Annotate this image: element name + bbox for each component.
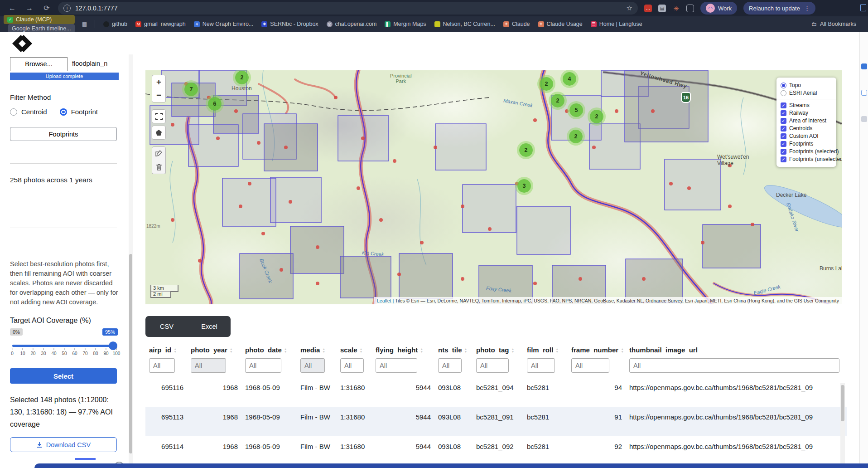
centroid-dot[interactable] [592,146,596,149]
profile-button[interactable]: ◠ Work [700,2,737,15]
centroid-dot[interactable] [171,123,174,127]
filter-input-nts_tile[interactable] [438,358,462,373]
centroid-dot[interactable] [687,186,691,190]
cluster-marker[interactable]: 4 [563,72,576,86]
centroid-dot[interactable] [171,218,174,222]
centroid-dot[interactable] [397,273,401,276]
map[interactable]: Provincial ParkHoustonYellowhead HwyWet'… [145,70,842,304]
draw-polygon-button[interactable] [152,126,166,140]
sort-icon[interactable]: ▲▼ [284,348,287,353]
filter-input-flying_height[interactable] [376,358,417,373]
bookmark-item-gmail-newgraph[interactable]: Mgmail_newgraph [135,21,186,27]
cluster-marker[interactable]: 2 [590,110,603,123]
side-panel-icon[interactable] [860,4,866,11]
centroid-dot[interactable] [393,159,396,163]
zoom-out-button[interactable]: − [152,88,166,102]
table-row[interactable]: 69511319681968-05-09Film - BW1:316805944… [145,407,847,436]
zoom-in-button[interactable]: + [152,75,166,89]
sort-icon[interactable]: ▲▼ [511,348,515,353]
centroid-dot[interactable] [198,259,202,263]
filter-input-photo_year[interactable] [191,358,226,373]
photo-footprint[interactable] [625,70,708,142]
centroid-dot[interactable] [261,232,265,235]
radio-footprint[interactable]: Footprint [60,108,98,116]
centroid-dot[interactable] [361,136,365,140]
sort-icon[interactable]: ▲▼ [420,348,423,353]
export-excel-button[interactable]: Excel [188,316,231,337]
bookmark-item-chat-openai-com[interactable]: ◎chat.openai.com [327,21,377,27]
bookmark-item-home-langfuse[interactable]: ☰Home | Langfuse [591,21,642,27]
centroid-dot[interactable] [316,245,319,249]
column-header-photo_date[interactable]: photo_date▲▼ [241,341,297,356]
photo-footprint[interactable] [222,178,276,226]
centroid-dot[interactable] [615,109,618,113]
column-header-scale[interactable]: scale▲▼ [337,341,372,356]
centroid-dot[interactable] [728,164,732,167]
sidebar-scrollbar[interactable] [129,54,133,463]
centroid-dot[interactable] [434,146,437,149]
column-header-flying_height[interactable]: flying_height▲▼ [372,341,434,356]
bookmark-item-claude[interactable]: ✳Claude [503,21,530,27]
bookmark-item-github[interactable]: github [103,21,127,27]
photo-footprint[interactable] [703,224,761,268]
overlay-railway[interactable]: ✓Railway [781,110,832,116]
centroid-dot[interactable] [701,241,704,244]
cluster-marker[interactable]: 2 [569,130,583,143]
centroid-dot[interactable] [669,182,673,185]
bookmark-item-claude-usage[interactable]: ✳Claude Usage [538,21,583,27]
centroid-dot[interactable] [289,200,292,204]
column-header-photo_year[interactable]: photo_year▲▼ [187,341,241,356]
all-bookmarks-button[interactable]: 🗀 All Bookmarks [811,21,856,27]
strip-icon[interactable] [861,116,867,122]
photo-footprint[interactable] [626,259,683,302]
filter-input-airp_id[interactable] [149,358,175,373]
filter-input-photo_date[interactable] [245,358,281,373]
centroid-dot[interactable] [651,109,655,113]
leaflet-link[interactable]: Leaflet [377,298,391,303]
extension-red-icon[interactable]: … [644,5,652,12]
centroid-dot[interactable] [216,136,220,140]
photo-footprint[interactable] [399,253,453,299]
centroid-dot[interactable] [280,268,283,272]
photo-footprint[interactable] [340,256,391,298]
filter-input-media[interactable] [300,358,325,373]
photo-footprint[interactable] [270,177,321,223]
centroid-dot[interactable] [461,277,464,281]
centroid-dot[interactable] [248,182,251,185]
centroid-dot[interactable] [234,109,238,113]
filter-input-frame_number[interactable] [571,358,609,373]
cluster-marker[interactable]: 7 [184,83,198,96]
centroid-dot[interactable] [565,109,569,113]
bookmark-item-new-graph-enviro-[interactable]: 4New Graph Enviro... [194,21,254,27]
menu-kebab-icon[interactable]: ⋮ [804,5,810,12]
forward-icon[interactable]: → [24,3,34,13]
centroid-dot[interactable] [642,277,646,281]
cluster-marker[interactable]: 3 [517,179,531,193]
photo-footprint[interactable] [240,253,293,299]
overlay-custom-aoi[interactable]: ✓Custom AOI [781,133,832,139]
back-icon[interactable]: ← [7,3,17,13]
photo-footprint[interactable] [290,226,344,273]
sort-icon[interactable]: ▲▼ [322,348,325,353]
cluster-marker[interactable]: 2 [235,71,249,84]
footprints-button[interactable]: Footprints [10,127,117,141]
column-header-media[interactable]: media▲▼ [297,341,337,356]
table-row[interactable]: 69511619681968-05-09Film - BW1:316805944… [145,377,847,407]
site-info-icon[interactable]: i [63,5,71,12]
relaunch-button[interactable]: Relaunch to update ⋮ [743,2,815,15]
filter-input-scale[interactable] [340,358,364,373]
export-csv-button[interactable]: CSV [145,316,188,337]
photo-footprint[interactable] [665,159,721,210]
centroid-dot[interactable] [284,146,288,149]
centroid-dot[interactable] [316,282,319,285]
coverage-slider-track[interactable] [12,345,116,347]
filter-input-film_roll[interactable] [527,358,555,373]
edit-layers-button[interactable] [152,146,166,161]
browse-button[interactable]: Browse... [10,57,67,71]
strip-icon[interactable] [861,90,867,96]
photo-footprint[interactable] [517,206,570,254]
bookmark-item-sernbc-dropbox[interactable]: ❖SERNbc - Dropbox [261,21,318,27]
select-button[interactable]: Select [10,368,117,384]
strip-icon[interactable] [861,63,867,69]
table-row[interactable]: 69511419681968-05-09Film - BW1:316805944… [145,436,847,463]
